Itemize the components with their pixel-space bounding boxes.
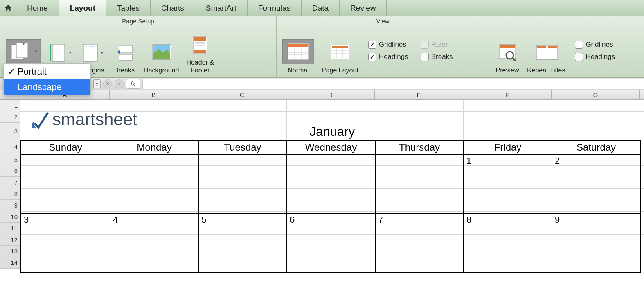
calendar-cell[interactable]: 4 (110, 213, 198, 272)
svg-rect-20 (288, 44, 308, 47)
day-header: Thursday (375, 140, 464, 154)
margins-icon (81, 43, 99, 63)
calendar-cell[interactable] (110, 154, 198, 213)
calendar-cell[interactable] (375, 154, 464, 213)
print-headings-checkbox[interactable] (575, 53, 583, 61)
fx-button[interactable]: fx (126, 79, 140, 89)
svg-rect-37 (537, 46, 546, 48)
calendar-cell[interactable] (21, 154, 110, 213)
repeat-titles-button[interactable]: Repeat Titles (527, 41, 565, 74)
row-header[interactable]: 12 (0, 234, 20, 246)
chevron-down-icon: ▼ (96, 84, 99, 87)
orientation-portrait-item[interactable]: Portrait (4, 64, 90, 79)
formula-input[interactable] (142, 79, 644, 89)
calendar-cell[interactable]: 6 (287, 213, 375, 272)
row-header[interactable]: 5 (0, 154, 20, 165)
svg-rect-5 (83, 44, 97, 61)
gridlines-checkbox[interactable] (368, 41, 376, 49)
repeat-titles-icon (535, 43, 558, 63)
svg-rect-7 (119, 45, 132, 53)
column-headers: ABCDEFG (0, 90, 644, 100)
day-header: Tuesday (198, 140, 287, 154)
column-header[interactable]: G (552, 90, 640, 99)
group-title-page-setup: Page Setup (2, 16, 274, 25)
row-header[interactable]: 8 (0, 188, 20, 200)
header-footer-button[interactable]: Header & Footer (186, 34, 214, 74)
svg-rect-14 (194, 37, 206, 41)
background-button[interactable]: Background (144, 41, 179, 74)
normal-view-icon (287, 43, 310, 61)
row-headers: 1234567891011121314 (0, 100, 20, 269)
tab-layout[interactable]: Layout (59, 0, 106, 16)
accept-formula-button[interactable]: ✓ (115, 79, 124, 88)
row-header[interactable]: 7 (0, 177, 20, 188)
view-breaks-label: Breaks (431, 53, 453, 61)
calendar-cell[interactable]: 2 (552, 154, 640, 213)
headings-label: Headings (379, 53, 408, 61)
row-header[interactable]: 2 (0, 111, 20, 123)
ruler-checkbox (421, 41, 429, 49)
gridlines-label: Gridlines (379, 41, 406, 49)
day-header: Wednesday (287, 140, 375, 154)
month-title: January (310, 124, 355, 139)
home-icon[interactable] (3, 3, 13, 13)
calendar-cell[interactable]: 5 (198, 213, 287, 272)
svg-rect-15 (194, 50, 206, 53)
tab-formulas[interactable]: Formulas (248, 0, 302, 16)
check-icon: ✓ (117, 81, 122, 87)
chevron-down-icon: ▼ (100, 51, 104, 55)
svg-rect-8 (119, 54, 132, 60)
row-header[interactable]: 9 (0, 200, 20, 211)
cancel-formula-button[interactable]: ✕ (103, 79, 112, 88)
row-header[interactable]: 14 (0, 257, 20, 269)
column-header[interactable]: E (375, 90, 463, 99)
group-title-print (492, 16, 642, 25)
column-header[interactable]: F (463, 90, 552, 99)
calendar-cell[interactable] (287, 154, 375, 213)
headings-checkbox[interactable] (368, 53, 376, 61)
page-layout-view-button[interactable]: Page Layout (322, 39, 358, 74)
close-icon: ✕ (106, 81, 110, 87)
calendar-cell[interactable] (198, 154, 287, 213)
name-box-stepper[interactable]: ▲ ▼ (93, 79, 101, 88)
spreadsheet-area: ABCDEFG 1234567891011121314 smartsheet J… (0, 90, 644, 289)
row-header[interactable]: 4 (0, 140, 20, 154)
size-icon (49, 43, 68, 63)
tab-tables[interactable]: Tables (106, 0, 151, 16)
row-header[interactable]: 10 (0, 211, 20, 223)
orientation-dropdown-menu: Portrait Landscape (3, 63, 91, 95)
tab-data[interactable]: Data (302, 0, 340, 16)
tab-review[interactable]: Review (340, 0, 387, 16)
column-header[interactable]: D (286, 90, 375, 99)
print-gridlines-checkbox[interactable] (575, 41, 583, 49)
calendar-cell[interactable]: 8 (464, 213, 552, 272)
calendar-cell[interactable]: 7 (375, 213, 464, 272)
svg-rect-2 (52, 44, 65, 61)
tab-charts[interactable]: Charts (151, 0, 195, 16)
view-breaks-checkbox[interactable] (421, 53, 429, 61)
smartsheet-logo-icon (29, 110, 47, 129)
ribbon: Page Setup ▼ (0, 16, 644, 78)
chevron-down-icon: ▼ (68, 51, 72, 55)
row-header[interactable]: 11 (0, 223, 20, 234)
tab-smartart[interactable]: SmartArt (195, 0, 248, 16)
breaks-button[interactable]: Breaks (112, 41, 137, 74)
normal-view-button[interactable]: Normal (282, 39, 314, 74)
column-header[interactable]: B (110, 90, 198, 99)
row-header[interactable]: 1 (0, 100, 20, 111)
tab-home[interactable]: Home (16, 0, 59, 16)
preview-button[interactable]: Preview (495, 41, 520, 74)
orientation-icon (9, 41, 34, 62)
calendar-cell[interactable]: 1 (464, 154, 552, 213)
calendar-content: smartsheet January SundayMondayTuesdayWe… (20, 100, 644, 139)
formula-bar: ▲ ▼ ✕ ✓ fx (0, 78, 644, 90)
row-header[interactable]: 3 (0, 123, 20, 140)
view-checks-col1: Gridlines Headings (366, 27, 411, 74)
column-header[interactable]: C (198, 90, 286, 99)
row-header[interactable]: 6 (0, 165, 20, 177)
orientation-landscape-item[interactable]: Landscape (4, 79, 90, 95)
row-header[interactable]: 13 (0, 246, 20, 257)
day-header: Friday (464, 140, 552, 154)
calendar-cell[interactable]: 9 (552, 213, 640, 272)
calendar-cell[interactable]: 3 (21, 213, 110, 272)
